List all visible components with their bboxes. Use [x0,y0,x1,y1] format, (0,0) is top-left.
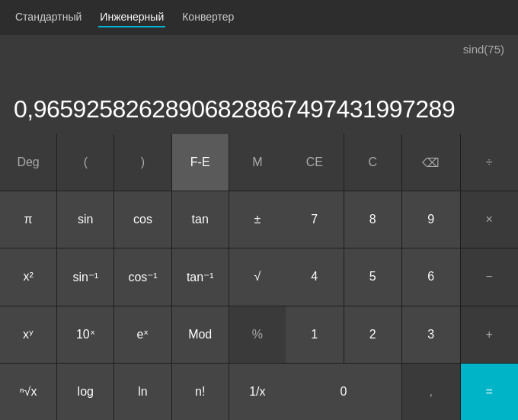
btn-2[interactable]: 2 [344,306,402,363]
btn-c[interactable]: C [344,134,402,191]
btn-ex[interactable]: eˣ [114,306,171,363]
nav-bar: Стандартный Инженерный Конвертер [0,0,518,35]
btn-sqrt[interactable]: √ [229,248,286,305]
buttons-area: Deg()F-EMπsincostan±x²sin⁻¹cos⁻¹tan⁻¹√xʸ… [0,134,518,420]
right-button-grid: CEC⌫÷789×456−123+0,= [286,134,518,420]
btn-6[interactable]: 6 [402,248,460,305]
btn-fe[interactable]: F-E [172,134,229,191]
btn-cos[interactable]: cos [114,191,171,248]
nav-engineering[interactable]: Инженерный [98,8,165,27]
left-button-grid: Deg()F-EMπsincostan±x²sin⁻¹cos⁻¹tan⁻¹√xʸ… [0,134,286,420]
btn-10x[interactable]: 10ˣ [57,306,114,363]
btn-reciprocal[interactable]: 1/x [229,364,286,420]
btn-open-paren[interactable]: ( [57,134,114,191]
btn-ce[interactable]: CE [286,134,344,191]
btn-tan[interactable]: tan [172,191,229,248]
btn-factorial[interactable]: n! [172,364,229,420]
btn-x2[interactable]: x² [0,248,56,305]
btn-m[interactable]: M [229,134,286,191]
btn-pi[interactable]: π [0,191,56,248]
btn-sin[interactable]: sin [57,191,114,248]
btn-7[interactable]: 7 [286,191,344,248]
btn-nthroot[interactable]: ⁿ√x [0,364,56,420]
btn-tan-inv[interactable]: tan⁻¹ [172,248,229,305]
btn-plus[interactable]: + [461,306,519,363]
nav-converter[interactable]: Конвертер [181,8,235,27]
nav-standard[interactable]: Стандартный [14,8,83,27]
btn-backspace[interactable]: ⌫ [402,134,460,191]
btn-9[interactable]: 9 [402,191,460,248]
btn-0[interactable]: 0 [286,364,401,420]
btn-percent[interactable]: % [229,306,286,363]
btn-cos-inv[interactable]: cos⁻¹ [114,248,171,305]
btn-comma[interactable]: , [402,364,460,420]
btn-mod[interactable]: Mod [172,306,229,363]
btn-close-paren[interactable]: ) [114,134,171,191]
btn-deg[interactable]: Deg [0,134,56,191]
btn-xy[interactable]: xʸ [0,306,56,363]
btn-minus[interactable]: − [461,248,519,305]
btn-1[interactable]: 1 [286,306,344,363]
btn-5[interactable]: 5 [344,248,402,305]
btn-3[interactable]: 3 [402,306,460,363]
btn-equals[interactable]: = [461,364,519,420]
btn-ln[interactable]: ln [114,364,171,420]
btn-4[interactable]: 4 [286,248,344,305]
display-value: 0,96592582628906828867497431997289 [14,95,504,123]
btn-plusminus[interactable]: ± [229,191,286,248]
display-expression: sind(75) [14,43,504,59]
btn-log[interactable]: log [57,364,114,420]
display-panel: sind(75) 0,96592582628906828867497431997… [0,35,518,134]
btn-divide[interactable]: ÷ [461,134,519,191]
btn-multiply[interactable]: × [461,191,519,248]
btn-8[interactable]: 8 [344,191,402,248]
btn-sin-inv[interactable]: sin⁻¹ [57,248,114,305]
